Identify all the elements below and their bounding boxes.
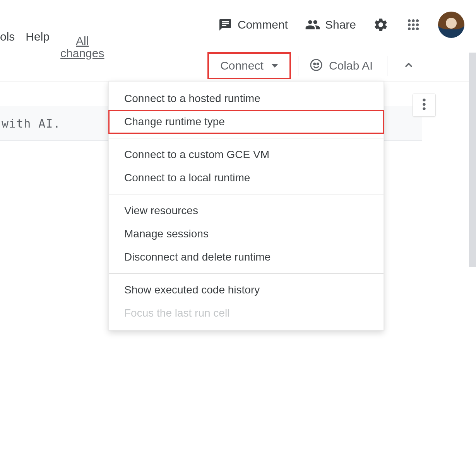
svg-point-5 (416, 19, 419, 22)
svg-point-12 (311, 60, 322, 70)
menu-view-resources[interactable]: View resources (109, 199, 384, 222)
top-actions: Comment Share (217, 12, 464, 38)
vertical-scrollbar[interactable] (469, 53, 476, 267)
sub-toolbar: Connect Colab AI (0, 50, 476, 82)
share-button[interactable]: Share (305, 17, 356, 32)
apps-button[interactable] (406, 17, 421, 32)
connect-label: Connect (220, 59, 264, 72)
user-avatar[interactable] (438, 12, 464, 38)
top-menubar: ols Help All changes Comment Share (0, 0, 476, 50)
menu-separator (109, 138, 384, 138)
svg-point-15 (423, 99, 425, 101)
scrollbar-thumb[interactable] (469, 53, 476, 267)
connect-dropdown-menu: Connect to a hosted runtime Change runti… (108, 81, 384, 331)
collapse-button[interactable] (399, 56, 419, 76)
svg-point-9 (408, 27, 411, 30)
menu-tools[interactable]: ols (0, 30, 15, 43)
menu-separator (109, 194, 384, 194)
separator (298, 56, 298, 76)
menu-focus-last-cell: Focus the last run cell (109, 302, 384, 325)
people-icon (305, 17, 320, 32)
svg-point-4 (412, 19, 414, 22)
menu-connect-gce-vm[interactable]: Connect to a custom GCE VM (109, 143, 384, 166)
chevron-up-icon (403, 60, 414, 72)
gear-icon (373, 17, 389, 32)
comment-icon (217, 17, 233, 32)
ai-face-icon (310, 58, 323, 73)
svg-point-10 (412, 27, 414, 30)
cell-placeholder: with AI. (2, 117, 61, 130)
svg-point-11 (416, 27, 419, 30)
share-label: Share (325, 18, 356, 31)
apps-grid-icon (406, 17, 421, 32)
menu-separator (109, 273, 384, 274)
svg-point-14 (317, 63, 318, 65)
colab-ai-button[interactable]: Colab AI (310, 50, 373, 81)
svg-rect-1 (222, 23, 229, 24)
svg-point-17 (423, 107, 425, 110)
menu-disconnect-delete[interactable]: Disconnect and delete runtime (109, 245, 384, 269)
colab-ai-label: Colab AI (329, 59, 373, 72)
comment-button[interactable]: Comment (217, 17, 288, 32)
menu-code-history[interactable]: Show executed code history (109, 278, 384, 302)
dropdown-arrow-icon (271, 64, 278, 68)
menu-help[interactable]: Help (26, 30, 50, 43)
more-vert-icon (422, 98, 426, 112)
svg-point-3 (408, 19, 411, 22)
menu-manage-sessions[interactable]: Manage sessions (109, 222, 384, 245)
comment-label: Comment (238, 18, 288, 31)
settings-button[interactable] (373, 17, 389, 32)
menu-connect-hosted[interactable]: Connect to a hosted runtime (109, 87, 384, 110)
svg-point-13 (314, 63, 315, 65)
svg-point-6 (408, 23, 411, 26)
connect-button[interactable]: Connect (207, 52, 291, 79)
svg-point-8 (416, 23, 419, 26)
svg-rect-0 (222, 21, 229, 22)
svg-rect-2 (222, 25, 226, 26)
cell-more-button[interactable] (413, 94, 436, 117)
menu-change-runtime-type[interactable]: Change runtime type (109, 110, 384, 133)
menu-connect-local[interactable]: Connect to a local runtime (109, 166, 384, 189)
svg-point-7 (412, 23, 414, 26)
separator (387, 56, 387, 76)
svg-point-16 (423, 103, 425, 106)
